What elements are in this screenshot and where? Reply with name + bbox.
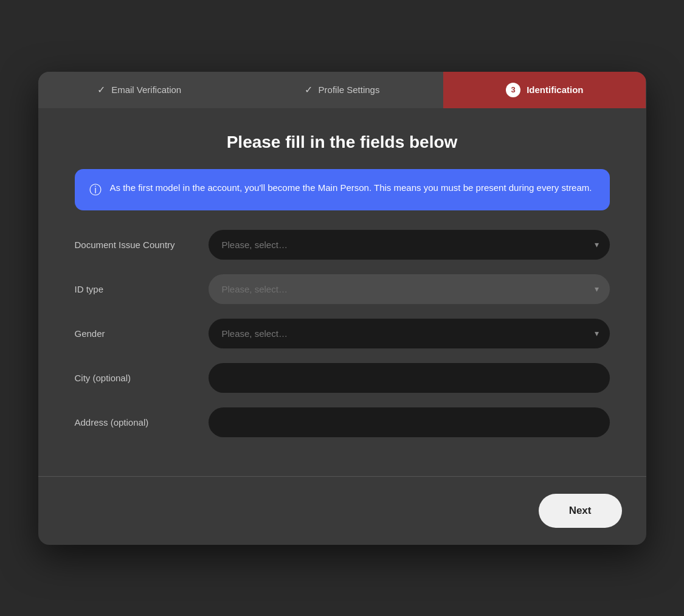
step-identification: 3 Identification xyxy=(443,72,646,108)
gender-select[interactable]: Please, select… xyxy=(209,319,610,348)
form-row-address: Address (optional) xyxy=(75,407,610,437)
gender-wrapper: Please, select… ▾ xyxy=(209,319,610,348)
label-id-type: ID type xyxy=(75,284,209,294)
form-row-document-issue-country: Document Issue Country Please, select… ▾ xyxy=(75,230,610,260)
check-icon-1: ✓ xyxy=(97,84,105,95)
city-input[interactable] xyxy=(209,363,610,393)
check-icon-2: ✓ xyxy=(305,84,313,95)
form-title: Please fill in the fields below xyxy=(75,133,610,152)
address-input[interactable] xyxy=(209,407,610,437)
info-icon: ⓘ xyxy=(89,182,102,198)
modal-body: Please fill in the fields below ⓘ As the… xyxy=(38,108,646,476)
label-address: Address (optional) xyxy=(75,417,209,427)
label-gender: Gender xyxy=(75,328,209,339)
id-type-wrapper: Please, select… ▾ xyxy=(209,274,610,304)
document-issue-country-select[interactable]: Please, select… xyxy=(209,230,610,260)
form-row-city: City (optional) xyxy=(75,363,610,393)
form-row-id-type: ID type Please, select… ▾ xyxy=(75,274,610,304)
city-field-wrapper xyxy=(209,363,610,393)
step-email-label: Email Verification xyxy=(111,85,181,95)
modal-container: ✓ Email Verification ✓ Profile Settings … xyxy=(38,72,646,545)
next-button[interactable]: Next xyxy=(539,494,622,528)
step-profile-settings: ✓ Profile Settings xyxy=(241,72,443,108)
step-identification-label: Identification xyxy=(527,85,583,95)
page-wrapper: ✓ Email Verification ✓ Profile Settings … xyxy=(0,0,684,616)
label-document-issue-country: Document Issue Country xyxy=(75,240,209,250)
label-city: City (optional) xyxy=(75,373,209,383)
info-box: ⓘ As the first model in the account, you… xyxy=(75,169,610,210)
form-row-gender: Gender Please, select… ▾ xyxy=(75,319,610,348)
id-type-select[interactable]: Please, select… xyxy=(209,274,610,304)
modal-footer: Next xyxy=(38,477,646,545)
step-profile-label: Profile Settings xyxy=(319,85,380,95)
step-header: ✓ Email Verification ✓ Profile Settings … xyxy=(38,72,646,108)
document-issue-country-wrapper: Please, select… ▾ xyxy=(209,230,610,260)
address-field-wrapper xyxy=(209,407,610,437)
step-email-verification: ✓ Email Verification xyxy=(38,72,241,108)
step-number: 3 xyxy=(506,83,520,97)
info-text: As the first model in the account, you'l… xyxy=(110,181,592,195)
